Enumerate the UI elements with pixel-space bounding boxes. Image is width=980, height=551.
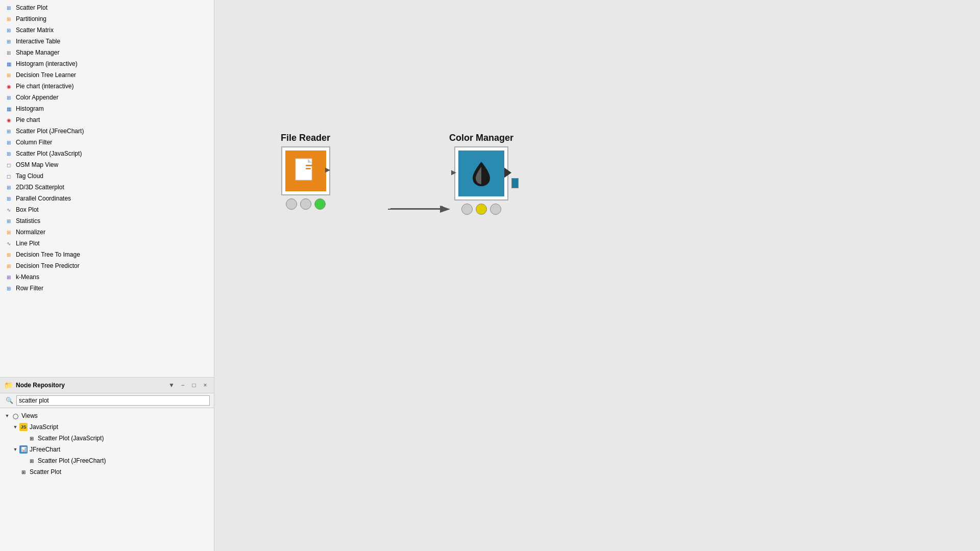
- canvas-svg: [214, 0, 980, 551]
- tree-arrow: [20, 435, 27, 441]
- maximize-icon[interactable]: □: [189, 381, 199, 390]
- node-list-item[interactable]: ▦Histogram (interactive): [0, 58, 214, 69]
- node-list-item[interactable]: ⊞Scatter Plot: [0, 2, 214, 13]
- tree-item-label: Views: [21, 412, 38, 419]
- node-list-item[interactable]: ◉Pie chart: [0, 114, 214, 126]
- node-icon: ◉: [4, 115, 13, 124]
- color-manager-icon: [470, 160, 493, 187]
- node-list-item[interactable]: ◻Tag Cloud: [0, 170, 214, 182]
- color-manager-node[interactable]: Color Manager: [449, 133, 513, 215]
- bottom-section: 📁 Node Repository ▼ − □ × 🔍 ▼◯Views▼JSJa…: [0, 378, 214, 551]
- search-input[interactable]: [16, 395, 210, 406]
- port-gray-2[interactable]: [300, 198, 311, 210]
- node-list-item[interactable]: ◻OSM Map View: [0, 159, 214, 170]
- minimize-icon[interactable]: −: [178, 381, 187, 390]
- node-icon: ◻: [4, 160, 13, 169]
- color-manager-title: Color Manager: [449, 133, 513, 143]
- filter-icon[interactable]: ▼: [167, 381, 176, 390]
- play-arrow-icon: [504, 168, 511, 178]
- node-icon: ⊞: [4, 3, 13, 12]
- node-label: Histogram (interactive): [16, 60, 78, 67]
- color-swatch: [511, 178, 519, 188]
- tree-item[interactable]: ⊞Scatter Plot (JavaScript): [0, 433, 214, 444]
- node-list-item[interactable]: ⊞Scatter Plot (JFreeChart): [0, 126, 214, 137]
- tree-item[interactable]: ▼◯Views: [0, 410, 214, 421]
- node-list-item[interactable]: ⊞Shape Manager: [0, 47, 214, 58]
- node-list-item[interactable]: ⊞Parallel Coordinates: [0, 193, 214, 204]
- tree-item-label: JavaScript: [30, 423, 58, 431]
- left-panel: ⊞Scatter Plot⊞Partitioning⊞Scatter Matri…: [0, 0, 214, 551]
- port-cm-gray-1[interactable]: [461, 204, 473, 215]
- tree-icon: 📊: [19, 445, 28, 454]
- node-icon: ⊞: [4, 70, 13, 80]
- node-label: Partitioning: [16, 15, 46, 22]
- node-label: Tag Cloud: [16, 172, 43, 180]
- node-list-item[interactable]: ⊞Color Appender: [0, 92, 214, 103]
- port-gray-1[interactable]: [286, 198, 297, 210]
- node-icon: ∿: [4, 239, 13, 248]
- tree-item[interactable]: ▼📊JFreeChart: [0, 444, 214, 455]
- node-list-item[interactable]: ⊞Row Filter: [0, 283, 214, 294]
- node-label: Decision Tree To Image: [16, 251, 80, 258]
- file-reader-node[interactable]: File Reader: [281, 133, 330, 210]
- port-cm-yellow[interactable]: [476, 204, 487, 215]
- svg-rect-4: [306, 165, 313, 166]
- file-icon: [295, 158, 317, 184]
- node-list-item[interactable]: ⊞Interactive Table: [0, 36, 214, 47]
- node-label: Line Plot: [16, 240, 40, 247]
- tree-icon: JS: [19, 423, 28, 431]
- svg-marker-8: [451, 170, 456, 176]
- main-canvas: File Reader: [214, 0, 980, 551]
- node-list-item[interactable]: ⊞Decision Tree Learner: [0, 69, 214, 81]
- tree-arrow: [12, 469, 18, 475]
- node-list-item[interactable]: ⊞Scatter Plot (JavaScript): [0, 148, 214, 159]
- tree-icon: ⊞: [19, 468, 28, 476]
- port-cm-gray-2[interactable]: [490, 204, 501, 215]
- svg-marker-6: [325, 168, 330, 173]
- node-icon: ▦: [4, 59, 13, 68]
- tree-arrow: ▼: [12, 424, 18, 430]
- node-list-item[interactable]: ⊞k-Means: [0, 271, 214, 283]
- node-icon: ⊞: [4, 261, 13, 270]
- node-label: Histogram: [16, 105, 44, 112]
- node-label: Scatter Plot (JavaScript): [16, 150, 82, 157]
- tree-item-label: Scatter Plot (JFreeChart): [38, 457, 106, 464]
- node-label: OSM Map View: [16, 161, 58, 168]
- tree-item[interactable]: ⊞Scatter Plot: [0, 466, 214, 478]
- node-icon: ⊞: [4, 194, 13, 203]
- node-list-item[interactable]: ⊞2D/3D Scatterplot: [0, 182, 214, 193]
- tree-item-label: JFreeChart: [30, 446, 60, 453]
- node-label: Normalizer: [16, 229, 45, 236]
- connector-line: [390, 206, 447, 212]
- node-list-item[interactable]: ⊞Decision Tree To Image: [0, 249, 214, 260]
- close-icon[interactable]: ×: [201, 381, 210, 390]
- node-label: Row Filter: [16, 285, 43, 292]
- tree-item[interactable]: ⊞Scatter Plot (JFreeChart): [0, 455, 214, 466]
- node-list-item[interactable]: ◉Pie chart (interactive): [0, 81, 214, 92]
- tree-icon: ⊞: [28, 434, 36, 442]
- node-icon: ⊞: [4, 37, 13, 46]
- node-label: Box Plot: [16, 206, 39, 213]
- search-area: 🔍: [0, 393, 214, 408]
- node-icon: ⊞: [4, 284, 13, 293]
- tree-item-label: Scatter Plot (JavaScript): [38, 435, 104, 442]
- node-list-item[interactable]: ⊞Decision Tree Predictor: [0, 260, 214, 271]
- color-manager-input-arrow: [451, 169, 458, 177]
- port-green[interactable]: [314, 198, 326, 210]
- node-list-item[interactable]: ⊞Scatter Matrix: [0, 24, 214, 36]
- tree-item[interactable]: ▼JSJavaScript: [0, 421, 214, 433]
- node-list-item[interactable]: ⊞Statistics: [0, 215, 214, 227]
- repo-title: Node Repository: [16, 382, 65, 389]
- node-list-item[interactable]: ∿Box Plot: [0, 204, 214, 215]
- node-label: Shape Manager: [16, 49, 59, 56]
- node-list-item[interactable]: ⊞Normalizer: [0, 227, 214, 238]
- tree-icon: ⊞: [28, 457, 36, 465]
- node-list-item[interactable]: ∿Line Plot: [0, 238, 214, 249]
- node-icon: ⊞: [4, 14, 13, 23]
- node-label: 2D/3D Scatterplot: [16, 184, 64, 191]
- node-list-item[interactable]: ⊞Partitioning: [0, 13, 214, 24]
- node-list-item[interactable]: ▦Histogram: [0, 103, 214, 114]
- node-icon: ⊞: [4, 183, 13, 192]
- search-icon[interactable]: 🔍: [4, 395, 14, 406]
- node-list-item[interactable]: ⊞Column Filter: [0, 137, 214, 148]
